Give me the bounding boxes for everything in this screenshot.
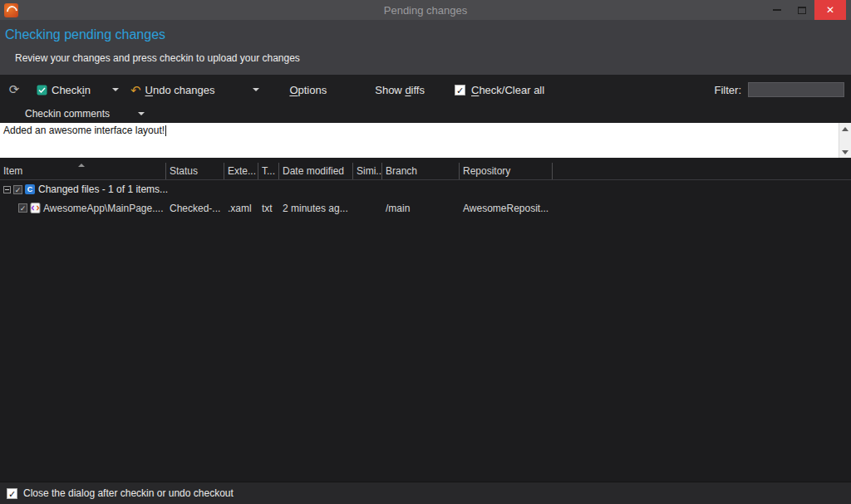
group-row-changed-files[interactable]: ✓ C Changed files - 1 of 1 items... (0, 180, 851, 198)
cell-branch: /main (382, 203, 460, 214)
page-title: Checking pending changes (5, 27, 165, 42)
cell-type: txt (258, 203, 279, 214)
show-diffs-button[interactable]: Show diffs (375, 84, 425, 96)
check-clear-all-control: ✓ Check/Clear all (455, 84, 544, 96)
check-clear-all-checkbox[interactable]: ✓ (455, 85, 465, 95)
checkin-comments-label: Checkin comments (25, 108, 110, 120)
filter-control: Filter: (715, 82, 847, 97)
group-label: Changed files - 1 of 1 items... (38, 183, 168, 195)
checkin-dropdown-caret[interactable] (112, 88, 119, 91)
undo-changes-button[interactable]: ↶ Undo changes (130, 84, 259, 96)
column-header-similarity[interactable]: Simi... (353, 163, 382, 179)
refresh-button[interactable]: ⟳ (7, 82, 22, 97)
scroll-up-button[interactable] (839, 123, 851, 135)
minimize-button[interactable] (765, 0, 790, 20)
xaml-file-icon (30, 203, 41, 213)
column-header-item[interactable]: Item (0, 163, 166, 179)
window-controls: ✕ (765, 0, 851, 20)
toolbar-row-comments: Checkin comments (0, 105, 851, 123)
column-header-date-modified[interactable]: Date modified (279, 163, 353, 179)
filter-input[interactable] (748, 82, 844, 97)
close-icon: ✕ (826, 4, 834, 16)
close-after-checkin-checkbox[interactable]: ✓ (7, 488, 17, 499)
sort-ascending-icon (78, 164, 85, 167)
footer-bar: ✓ Close the dialog after checkin or undo… (0, 482, 851, 504)
toolbar-row-main: ⟳ Checkin ↶ Undo changes Options Show di… (0, 75, 851, 105)
show-diffs-label: Show diffs (375, 84, 425, 96)
scroll-up-icon (842, 127, 849, 131)
checkin-comment-input[interactable]: Added an awesome interface layout! (0, 123, 839, 158)
cell-extension: .xaml (224, 203, 258, 214)
column-header-repository[interactable]: Repository (460, 163, 553, 179)
group-checkbox[interactable]: ✓ (13, 185, 22, 194)
file-checkbox[interactable]: ✓ (18, 203, 27, 213)
checkin-button[interactable]: Checkin (37, 84, 119, 96)
comment-scrollbar[interactable] (839, 123, 851, 158)
text-cursor (165, 125, 166, 136)
pending-changes-table: Item Status Exte... T... Date modified S… (0, 163, 851, 218)
column-header-type[interactable]: T... (258, 163, 279, 179)
minimize-icon (773, 9, 781, 11)
options-button[interactable]: Options (289, 84, 327, 96)
checkin-icon (37, 85, 47, 95)
column-header-extension[interactable]: Exte... (224, 163, 258, 179)
undo-dropdown-caret[interactable] (253, 88, 259, 91)
collapse-expander-icon[interactable] (3, 186, 11, 193)
cell-date-modified: 2 minutes ag... (279, 203, 353, 214)
check-clear-all-label: Check/Clear all (471, 84, 544, 96)
page-subtitle: Review your changes and press checkin to… (15, 52, 300, 64)
close-button[interactable]: ✕ (814, 0, 846, 20)
column-header-branch[interactable]: Branch (382, 163, 460, 179)
maximize-button[interactable] (790, 0, 814, 20)
comments-dropdown-caret[interactable] (138, 112, 145, 115)
table-row[interactable]: ✓ AwesomeApp\MainPage.... Checked-... .x… (0, 198, 851, 218)
options-label: Options (289, 84, 327, 96)
table-header: Item Status Exte... T... Date modified S… (0, 163, 851, 180)
file-name: AwesomeApp\MainPage.... (43, 203, 164, 214)
filter-label: Filter: (715, 84, 742, 96)
refresh-icon: ⟳ (7, 82, 22, 97)
maximize-icon (798, 7, 806, 14)
changed-files-icon: C (25, 184, 35, 194)
scroll-down-button[interactable] (839, 146, 851, 158)
undo-icon: ↶ (130, 84, 141, 96)
pending-changes-window: Pending changes ✕ Checking pending chang… (0, 0, 851, 504)
close-after-checkin-label: Close the dialog after checkin or undo c… (23, 487, 234, 499)
cell-repository: AwesomeReposit... (460, 203, 553, 214)
undo-changes-label: Undo changes (145, 84, 215, 96)
checkin-comment-text: Added an awesome interface layout! (3, 125, 165, 136)
scroll-down-icon (842, 150, 849, 154)
titlebar: Pending changes ✕ (0, 0, 851, 20)
column-header-status[interactable]: Status (166, 163, 224, 179)
checkin-label: Checkin (52, 84, 91, 96)
window-title: Pending changes (0, 4, 851, 17)
app-icon[interactable] (4, 3, 18, 17)
cell-status: Checked-... (166, 203, 224, 214)
header-band: Checking pending changes Review your cha… (0, 20, 851, 75)
cell-item: ✓ AwesomeApp\MainPage.... (0, 203, 166, 214)
toolbar: ⟳ Checkin ↶ Undo changes Options Show di… (0, 75, 851, 123)
